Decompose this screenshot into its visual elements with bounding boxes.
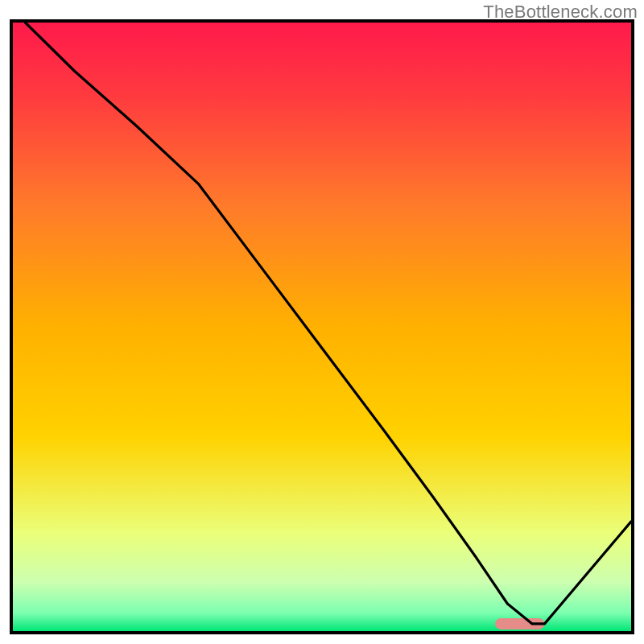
chart-container: { "watermark": "TheBottleneck.com", "cha… (0, 0, 644, 644)
bottleneck-chart (0, 0, 644, 644)
watermark-text: TheBottleneck.com (483, 2, 638, 23)
plot-area (13, 23, 631, 631)
